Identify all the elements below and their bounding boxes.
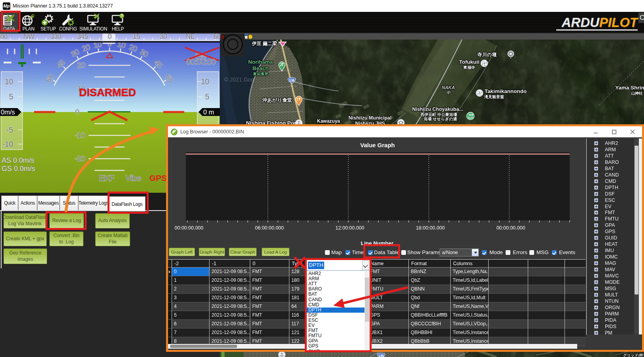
tree-item-fmtu[interactable]: FMTU — [587, 216, 641, 222]
tab-status[interactable]: Status — [60, 196, 78, 210]
table-header--1[interactable]: -1 — [209, 260, 250, 268]
checkbox-errors[interactable] — [506, 250, 510, 255]
tree-expand-icon[interactable] — [594, 293, 598, 297]
table-cell[interactable] — [528, 276, 565, 285]
button-download-dataflash-log-via-mavlink[interactable]: Download DataFlash Log Via Mavlink — [4, 213, 46, 228]
table-cell[interactable] — [528, 268, 565, 276]
button-clear-graph[interactable]: Clear Graph — [229, 248, 257, 256]
map-marker-shield[interactable]: 136 — [377, 352, 385, 357]
tree-item-ev[interactable]: EV — [587, 203, 641, 210]
tree-item-mode[interactable]: MODE — [587, 279, 641, 285]
tab-dataflash-logs[interactable]: DataFlash Logs — [109, 196, 145, 211]
row-header[interactable] — [168, 302, 172, 311]
table-cell[interactable]: Type,Length,Na... — [450, 268, 488, 276]
tree-expand-icon[interactable] — [594, 274, 598, 278]
map-marker-pin-temple[interactable]: 卍 — [475, 89, 484, 101]
button-create-kml-gpx[interactable]: Create KML + gpx — [4, 232, 47, 246]
tree-expand-icon[interactable] — [594, 198, 598, 202]
table-cell[interactable]: QBHBBHI — [408, 329, 450, 337]
table-cell[interactable]: QBBIHBcLLeffffB — [408, 311, 450, 320]
button-create-matlab-file[interactable]: Create Matlab File — [95, 232, 130, 246]
table-cell[interactable]: Qbd — [408, 294, 450, 302]
tree-item-dsf[interactable]: DSF — [587, 191, 641, 197]
tree-expand-icon[interactable] — [594, 154, 598, 158]
dropdown-item-dpth[interactable]: DPTH — [307, 308, 364, 313]
tree-expand-icon[interactable] — [594, 249, 598, 253]
table-cell[interactable] — [565, 276, 585, 285]
tree-expand-icon[interactable] — [594, 331, 598, 335]
tree-expand-icon[interactable] — [594, 236, 598, 240]
button-review-a-log[interactable]: Review a Log — [49, 213, 84, 228]
tree-item-dpth[interactable]: DPTH — [587, 184, 641, 191]
tree-expand-icon[interactable] — [594, 141, 598, 145]
dropdown-item-esc[interactable]: ESC — [307, 318, 364, 323]
tree-expand-icon[interactable] — [594, 242, 598, 246]
table-cell[interactable]: FMT — [250, 294, 289, 302]
table-cell[interactable] — [488, 276, 528, 285]
table-cell[interactable]: UBX1 — [368, 329, 408, 337]
table-cell[interactable]: FMT — [250, 276, 289, 285]
table-cell[interactable]: FMT — [250, 311, 289, 320]
table-cell[interactable]: UNIT — [368, 276, 408, 285]
dropdown-item-att[interactable]: ATT — [307, 281, 364, 287]
combo-dropdown-arrow-icon[interactable] — [472, 249, 478, 256]
scrollbar-thumb[interactable] — [170, 345, 237, 348]
table-header-empty[interactable] — [488, 260, 528, 268]
tree-item-heat[interactable]: HEAT — [587, 241, 641, 247]
checkbox-mode[interactable] — [482, 250, 487, 255]
table-header--2[interactable]: -2 — [172, 260, 209, 268]
toolbar-item-help[interactable]: ?HELP — [106, 13, 130, 33]
table-cell[interactable]: 2021-12-09 08:5... — [209, 311, 250, 320]
tree-expand-icon[interactable] — [594, 230, 598, 234]
table-cell[interactable] — [565, 285, 585, 294]
tree-expand-icon[interactable] — [594, 306, 598, 310]
row-header[interactable] — [168, 276, 172, 285]
checkbox-time[interactable] — [346, 250, 350, 255]
table-cell[interactable]: TimeUS,I,Status,... — [450, 311, 488, 320]
dropdown-scrollbar[interactable] — [364, 271, 370, 350]
tree-item-imu[interactable]: IMU — [587, 247, 641, 254]
tab-actions[interactable]: Actions — [18, 196, 37, 210]
tree-expand-icon[interactable] — [594, 179, 598, 183]
table-cell[interactable] — [488, 294, 528, 302]
table-cell[interactable]: GPA — [368, 320, 408, 329]
table-cell[interactable]: PARM — [368, 302, 408, 311]
table-cell[interactable] — [488, 268, 528, 276]
map-marker-pin-temple[interactable]: 卍 — [480, 59, 489, 71]
tree-item-att[interactable]: ATT — [587, 153, 641, 159]
tree-item-ntun[interactable]: NTUN — [587, 298, 641, 304]
table-cell[interactable]: FMT — [250, 302, 289, 311]
button-graph-right[interactable]: Graph Right — [199, 248, 225, 256]
table-cell[interactable] — [488, 329, 528, 337]
table-horizontal-scrollbar[interactable] — [168, 344, 577, 349]
toolbar-item-config[interactable]: CONFIG — [56, 13, 80, 33]
checkbox-data-table[interactable] — [368, 250, 373, 255]
tree-expand-icon[interactable] — [594, 205, 598, 209]
tree-item-esc[interactable]: ESC — [587, 197, 641, 203]
checkbox-map[interactable] — [325, 250, 330, 255]
table-cell[interactable]: TimeUS,Name,V... — [450, 302, 488, 311]
tree-item-orgn[interactable]: ORGN — [587, 304, 641, 311]
tree-scrollbar[interactable] — [634, 139, 639, 334]
tree-expand-icon[interactable] — [594, 280, 598, 284]
tree-item-iomc[interactable]: IOMC — [587, 254, 641, 260]
table-cell[interactable]: FMT — [250, 320, 289, 329]
table-cell[interactable] — [488, 320, 528, 329]
minimize-button[interactable] — [594, 130, 598, 134]
map-marker-pin-onsen[interactable] — [466, 112, 475, 123]
map-marker-shield[interactable]: 136 — [287, 77, 296, 89]
dropdown-item-fmt[interactable]: FMT — [307, 328, 364, 333]
table-cell[interactable] — [488, 302, 528, 311]
table-cell[interactable] — [565, 311, 585, 320]
table-cell[interactable]: 2 — [172, 285, 209, 294]
table-cell[interactable]: MULT — [368, 294, 408, 302]
tree-expand-icon[interactable] — [594, 192, 598, 196]
row-header[interactable] — [168, 268, 172, 276]
row-header[interactable] — [168, 294, 172, 302]
table-cell[interactable]: 0 — [172, 268, 209, 276]
table-header-format[interactable]: Format — [408, 260, 450, 268]
tree-expand-icon[interactable] — [594, 318, 598, 322]
dropdown-item-bat[interactable]: BAT — [307, 292, 364, 297]
param-filter-combobox[interactable]: a/None — [440, 249, 479, 256]
table-cell[interactable]: 2021-12-09 08:5... — [209, 268, 250, 276]
